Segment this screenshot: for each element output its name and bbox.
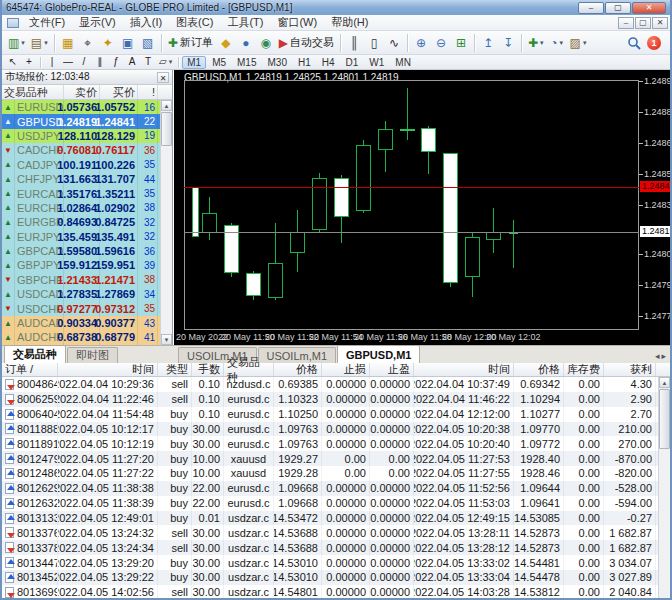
history-header-1[interactable]: 时间 xyxy=(58,363,158,376)
child-minimize-button[interactable]: – xyxy=(618,17,634,29)
timeframe-h1-button[interactable]: H1 xyxy=(293,56,316,69)
market-watch-close-icon[interactable]: ✕ xyxy=(157,72,169,83)
history-row[interactable]: 80134522022.04.05 13:29:22buy30.00usdzar… xyxy=(2,570,658,585)
crosshair-tool-button[interactable]: + xyxy=(21,56,37,69)
cursor-tool-button[interactable]: ↖ xyxy=(5,56,21,69)
strategy-tester-button[interactable]: ▧ xyxy=(138,33,158,53)
vertical-line-tool-button[interactable]: | xyxy=(44,56,60,69)
maximize-button[interactable]: ▢ xyxy=(605,2,631,14)
line-chart-mode-button[interactable]: ∿ xyxy=(384,33,404,53)
indicators-button[interactable]: ✚▾ xyxy=(525,33,547,53)
scroll-down-icon[interactable]: ▼ xyxy=(161,334,172,345)
symbol-row[interactable]: ▼USDCHF0.972770.9731235 xyxy=(2,301,161,315)
symbol-row[interactable]: ▲CHFJPY131.663131.70744 xyxy=(2,172,161,186)
timeframe-m15-button[interactable]: M15 xyxy=(232,56,261,69)
autotrading-button[interactable]: ▶自动交易 xyxy=(276,33,337,53)
periods-button[interactable]: ◔▾ xyxy=(547,33,567,53)
history-row[interactable]: 80134472022.04.05 13:29:20buy30.00usdzar… xyxy=(2,555,658,570)
history-row[interactable]: 80124792022.04.05 11:27:20buy10.00xauusd… xyxy=(2,451,658,466)
symbol-row[interactable]: ▲GBPUSD1.248191.2484122 xyxy=(2,114,161,128)
menu-item-3[interactable]: 图表(C) xyxy=(169,14,220,31)
new-order-button[interactable]: ✚新订单 xyxy=(165,33,216,53)
menu-item-5[interactable]: 窗口(W) xyxy=(270,14,324,31)
timeframe-m30-button[interactable]: M30 xyxy=(262,56,291,69)
zoom-out-button[interactable]: ⊖ xyxy=(431,33,451,53)
timeframe-m5-button[interactable]: M5 xyxy=(207,56,231,69)
horizontal-line-tool-button[interactable]: — xyxy=(60,56,76,69)
history-row[interactable]: 80126292022.04.05 11:38:38buy22.00eurusd… xyxy=(2,481,658,496)
history-row[interactable]: 80118912022.04.05 10:12:19buy30.00eurusd… xyxy=(2,436,658,451)
market-watch-tab-1[interactable]: 即时图 xyxy=(67,347,118,363)
child-restore-button[interactable]: ▢ xyxy=(635,17,651,29)
menu-item-6[interactable]: 帮助(H) xyxy=(324,14,375,31)
candlestick-mode-button[interactable]: ▯ xyxy=(364,33,384,53)
symbol-row[interactable]: ▲EURJPY135.459135.49132 xyxy=(2,230,161,244)
search-icon[interactable] xyxy=(627,36,641,50)
history-header-7[interactable]: 止盈 xyxy=(370,363,414,376)
tabs-scroll-left-icon[interactable]: ◂ xyxy=(655,351,660,361)
history-header-2[interactable]: 类型 xyxy=(158,363,192,376)
history-header-6[interactable]: 止损 xyxy=(322,363,370,376)
navigator-button[interactable]: ✦ xyxy=(98,33,118,53)
symbol-row[interactable]: ▲EURCHF1.028641.0290238 xyxy=(2,201,161,215)
data-window-button[interactable]: ⌖ xyxy=(78,33,98,53)
history-row[interactable]: 80124862022.04.05 11:27:22buy10.00xauusd… xyxy=(2,466,658,481)
community-button[interactable]: ● xyxy=(236,33,256,53)
history-scrollbar-thumb[interactable] xyxy=(659,389,670,449)
market-watch-tab-0[interactable]: 交易品种 xyxy=(4,345,66,363)
history-header-8[interactable]: 时间 xyxy=(414,363,514,376)
menu-item-1[interactable]: 显示(V) xyxy=(72,14,123,31)
chart-area[interactable]: GBPUSD,M1 1.24819 1.24825 1.24801 1.2481… xyxy=(174,70,672,345)
symbol-row[interactable]: ▲GBPJPY159.912159.95139 xyxy=(2,258,161,272)
market-watch-button[interactable]: ▦ xyxy=(58,33,78,53)
history-row[interactable]: 80062592022.04.04 11:22:46sell0.10eurusd… xyxy=(2,392,658,407)
menu-item-0[interactable]: 文件(F) xyxy=(22,14,72,31)
scroll-up-icon[interactable]: ▲ xyxy=(161,100,172,111)
menu-item-4[interactable]: 工具(T) xyxy=(220,14,270,31)
chart-shift-button[interactable]: ↧ xyxy=(498,33,518,53)
symbol-row[interactable]: ▲USDCAD1.278351.2786934 xyxy=(2,287,161,301)
symbol-row[interactable]: ▲GBPCAD1.595801.5961636 xyxy=(2,244,161,258)
bar-chart-mode-button[interactable]: ║ xyxy=(344,33,364,53)
mql5-website-button[interactable]: ◉ xyxy=(256,33,276,53)
timeframe-m1-button[interactable]: M1 xyxy=(182,56,206,69)
symbol-row[interactable]: ▲AUDCHF0.687380.6877941 xyxy=(2,330,161,344)
symbol-row[interactable]: ▲USDJPY128.110128.12919 xyxy=(2,129,161,143)
scrollbar-thumb[interactable] xyxy=(161,112,172,146)
tabs-scroll-right-icon[interactable]: ▸ xyxy=(661,351,666,361)
history-scroll-up-icon[interactable]: ▲ xyxy=(659,377,670,388)
symbol-row[interactable]: ▲EURGBP0.846930.8472532 xyxy=(2,215,161,229)
symbol-row[interactable]: ▲EURCAD1.351761.3521135 xyxy=(2,186,161,200)
metaeditor-button[interactable]: ◆ xyxy=(216,33,236,53)
history-header-4[interactable]: 交易品种 xyxy=(224,363,274,376)
history-row[interactable]: 80133782022.04.05 13:24:34sell30.00usdza… xyxy=(2,540,658,555)
timeframe-mn-button[interactable]: MN xyxy=(390,56,416,69)
history-header-0[interactable]: 订单 / xyxy=(2,363,58,376)
fibonacci-tool-button[interactable]: ƒ xyxy=(108,56,124,69)
terminal-button[interactable]: ▣ xyxy=(118,33,138,53)
history-header-11[interactable]: 获利 xyxy=(604,363,656,376)
history-header-10[interactable]: 库存费 xyxy=(564,363,604,376)
history-row[interactable]: 80133762022.04.05 13:24:32sell30.00usdza… xyxy=(2,525,658,540)
symbol-row[interactable]: ▼CADCHF0.760810.7611736 xyxy=(2,143,161,157)
symbol-row[interactable]: ▲AUDCAD0.903340.9037743 xyxy=(2,316,161,330)
history-row[interactable]: 80126322022.04.05 11:38:39buy22.00eurusd… xyxy=(2,496,658,511)
notification-badge[interactable]: 1 xyxy=(647,36,661,50)
templates-button[interactable]: ▨▾ xyxy=(567,33,590,53)
history-row[interactable]: 80136992022.04.05 14:02:56sell30.00usdza… xyxy=(2,585,658,600)
auto-arrange-button[interactable]: ↥ xyxy=(478,33,498,53)
channel-tool-button[interactable]: ∥ xyxy=(92,56,108,69)
history-header-9[interactable]: 价格 xyxy=(514,363,564,376)
history-scrollbar[interactable]: ▲ xyxy=(658,377,670,600)
trendline-tool-button[interactable]: / xyxy=(76,56,92,69)
timeframe-w1-button[interactable]: W1 xyxy=(364,56,389,69)
menu-item-2[interactable]: 插入(I) xyxy=(123,14,169,31)
close-button[interactable]: ✕ xyxy=(632,2,666,14)
profiles-button[interactable]: ▤▾ xyxy=(28,33,51,53)
child-close-button[interactable]: ✕ xyxy=(652,17,668,29)
symbol-row[interactable]: ▲CADJPY100.191100.22635 xyxy=(2,158,161,172)
symbol-row[interactable]: ▼GBPCHF1.214331.2147138 xyxy=(2,273,161,287)
history-row[interactable]: 80131332022.04.05 12:49:01buy0.01usdzar.… xyxy=(2,511,658,526)
shapes-tool-button[interactable]: ▱▾ xyxy=(156,56,175,69)
label-tool-button[interactable]: T xyxy=(140,56,156,69)
